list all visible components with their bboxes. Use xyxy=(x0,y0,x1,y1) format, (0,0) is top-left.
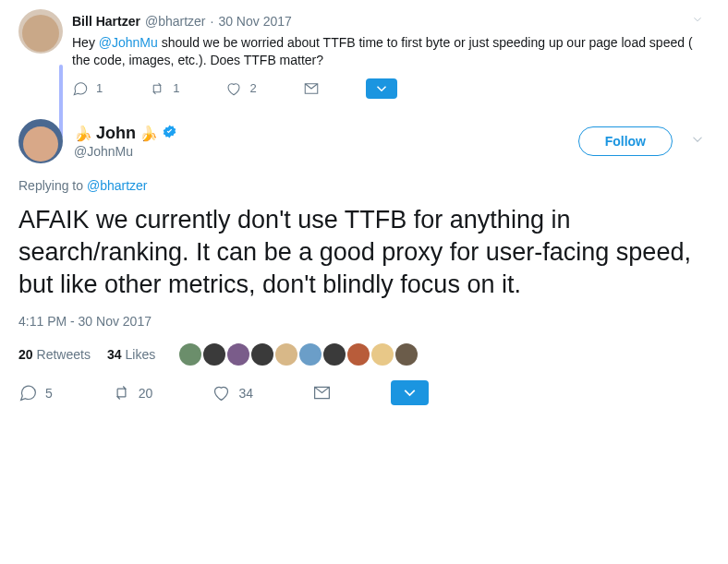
retweet-label[interactable]: Retweets xyxy=(37,347,91,362)
liker-avatar[interactable] xyxy=(395,343,418,366)
liker-avatar[interactable] xyxy=(299,343,322,366)
retweet-count[interactable]: 20 xyxy=(18,347,33,362)
timestamp[interactable]: 4:11 PM - 30 Nov 2017 xyxy=(18,314,710,329)
like-label[interactable]: Likes xyxy=(126,347,156,362)
parent-text: Hey @JohnMu should we be worried about T… xyxy=(72,34,710,69)
engagement-stats: 20 Retweets 34 Likes xyxy=(18,343,710,366)
emoji-icon: 🍌 xyxy=(140,125,158,142)
liker-avatar[interactable] xyxy=(371,343,394,366)
author-avatar[interactable] xyxy=(18,119,63,163)
dm-button[interactable] xyxy=(303,80,320,97)
replying-prefix: Replying to xyxy=(18,178,87,193)
retweet-button[interactable]: 1 xyxy=(149,80,179,97)
verified-icon xyxy=(162,124,177,143)
retweet-button[interactable]: 20 xyxy=(112,383,153,402)
main-tweet: 🍌 John 🍌 @JohnMu Follow Replying to @bha… xyxy=(18,119,710,405)
liker-avatar[interactable] xyxy=(347,343,370,366)
like-button[interactable]: 2 xyxy=(225,80,256,97)
text-suffix: should we be worried about TTFB time to … xyxy=(72,35,693,67)
caret-down-icon[interactable] xyxy=(686,9,710,32)
replying-to-link[interactable]: @bhartzer xyxy=(87,178,148,193)
tweet-actions: 5 20 34 xyxy=(18,380,710,405)
text-prefix: Hey xyxy=(72,35,99,50)
like-count: 34 xyxy=(238,386,253,401)
liker-avatar[interactable] xyxy=(179,343,201,366)
separator: · xyxy=(211,14,214,29)
emoji-icon: 🍌 xyxy=(74,125,92,142)
reply-count: 1 xyxy=(96,81,103,95)
liker-avatar[interactable] xyxy=(275,343,297,366)
parent-date[interactable]: 30 Nov 2017 xyxy=(218,14,291,29)
more-menu-button[interactable] xyxy=(391,380,429,405)
tweet-text: AFAIK we currently don't use TTFB for an… xyxy=(18,204,710,301)
mention-link[interactable]: @JohnMu xyxy=(99,35,158,50)
parent-actions: 1 1 2 xyxy=(72,78,710,99)
reply-button[interactable]: 5 xyxy=(18,383,53,402)
parent-handle[interactable]: @bhartzer xyxy=(145,14,206,29)
parent-tweet: Bill Hartzer @bhartzer · 30 Nov 2017 Hey… xyxy=(18,9,710,99)
follow-button[interactable]: Follow xyxy=(578,126,673,156)
replying-to: Replying to @bhartzer xyxy=(18,178,710,193)
caret-down-icon[interactable] xyxy=(686,127,710,155)
retweet-count: 20 xyxy=(139,386,153,401)
more-menu-button[interactable] xyxy=(366,78,397,99)
liker-avatar[interactable] xyxy=(251,343,273,366)
author-handle[interactable]: @JohnMu xyxy=(74,144,177,159)
parent-avatar[interactable] xyxy=(18,9,63,54)
author-display-name[interactable]: John xyxy=(96,124,136,143)
dm-button[interactable] xyxy=(312,383,332,402)
liker-avatar[interactable] xyxy=(227,343,249,366)
reply-button[interactable]: 1 xyxy=(72,80,103,97)
like-count: 2 xyxy=(249,81,256,95)
retweet-count: 1 xyxy=(173,81,179,95)
liker-avatar[interactable] xyxy=(323,343,346,366)
like-button[interactable]: 34 xyxy=(212,383,253,402)
parent-display-name[interactable]: Bill Hartzer xyxy=(72,14,140,29)
liker-avatar[interactable] xyxy=(203,343,225,366)
reply-count: 5 xyxy=(45,386,53,401)
like-count[interactable]: 34 xyxy=(107,347,122,362)
liker-avatars xyxy=(179,343,418,366)
